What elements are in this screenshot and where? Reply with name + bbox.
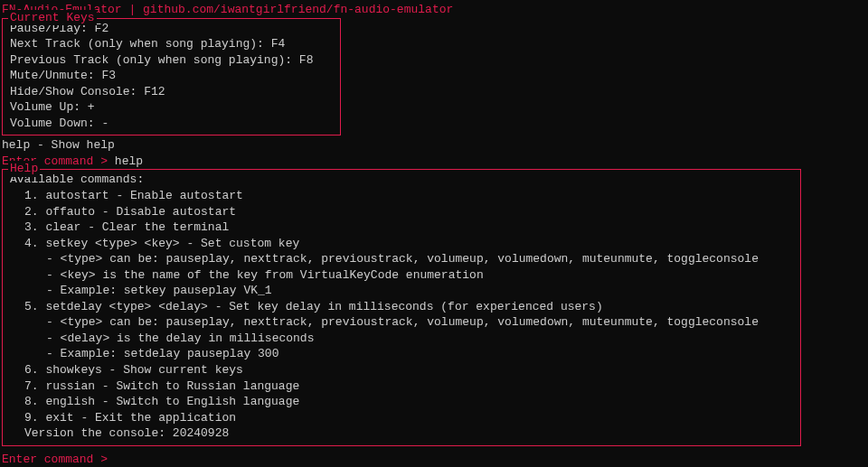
key-binding-line: Hide/Show Console: F12 [10, 84, 333, 100]
help-line: 7. russian - Switch to Russian language [10, 378, 793, 395]
help-line: 2. offauto - Disable autostart [10, 204, 793, 220]
command-prompt-1: Enter command > help [0, 154, 868, 170]
help-line: Version the console: 20240928 [10, 425, 793, 442]
key-binding-line: Previous Track (only when song playing):… [10, 52, 333, 69]
help-line: - <delay> is the delay in milliseconds [10, 331, 793, 347]
help-line: - <key> is the name of the key from Virt… [10, 267, 793, 284]
help-line: - <type> can be: pauseplay, nexttrack, p… [10, 251, 793, 267]
current-keys-title: Current Keys [8, 10, 97, 26]
help-hint: help - Show help [0, 137, 868, 154]
help-line: 5. setdelay <type> <delay> - Set key del… [10, 299, 793, 315]
current-keys-box: Current Keys Pause/Play: F2Next Track (o… [2, 18, 341, 136]
help-line: 4. setkey <type> <key> - Set custom key [10, 236, 793, 252]
help-box-title: Help [8, 161, 40, 177]
key-binding-line: Mute/Unmute: F3 [10, 68, 333, 84]
help-line: - <type> can be: pauseplay, nexttrack, p… [10, 314, 793, 331]
help-line: 1. autostart - Enable autostart [10, 188, 793, 204]
help-line: 9. exit - Exit the application [10, 410, 793, 426]
key-binding-line: Volume Down: - [10, 116, 333, 132]
current-keys-content: Pause/Play: F2Next Track (only when song… [10, 21, 333, 132]
key-binding-line: Volume Up: + [10, 99, 333, 116]
help-box: Help Available commands: 1. autostart - … [2, 169, 801, 445]
help-line: - Example: setdelay pauseplay 300 [10, 346, 793, 362]
prompt-input-value: help [115, 154, 143, 168]
help-heading: Available commands: [10, 172, 793, 188]
key-binding-line: Next Track (only when song playing): F4 [10, 36, 333, 52]
help-content: 1. autostart - Enable autostart2. offaut… [10, 188, 793, 442]
help-line: 3. clear - Clear the terminal [10, 219, 793, 236]
help-line: 8. english - Switch to English language [10, 394, 793, 410]
prompt-label: Enter command > [2, 453, 108, 466]
help-line: - Example: setkey pauseplay VK_1 [10, 283, 793, 299]
app-header: FN-Audio-Emulator | github.com/iwantgirl… [0, 0, 868, 18]
command-prompt-2[interactable]: Enter command > [0, 452, 868, 467]
help-line: 6. showkeys - Show current keys [10, 362, 793, 378]
